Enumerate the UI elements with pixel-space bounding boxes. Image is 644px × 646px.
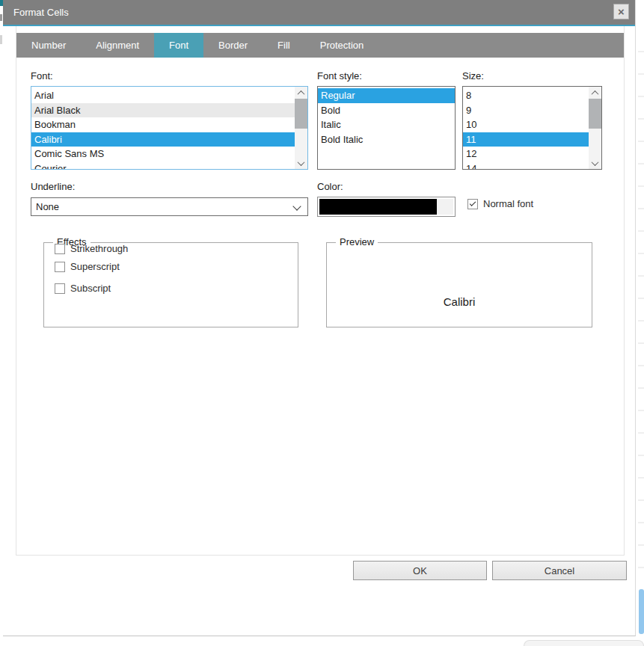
dialog-content-panel: Number Alignment Font Border Fill Protec… bbox=[16, 26, 625, 556]
page: Format Cells × Number Alignment Font Bor… bbox=[0, 0, 644, 646]
list-item[interactable]: 9 bbox=[463, 103, 589, 118]
color-picker-tail bbox=[437, 199, 453, 215]
close-icon[interactable]: × bbox=[613, 4, 629, 19]
strikethrough-label: Strikethrough bbox=[70, 243, 128, 254]
page-left-decoration bbox=[0, 35, 2, 44]
underline-label: Underline: bbox=[31, 181, 75, 192]
scroll-down-icon[interactable] bbox=[589, 157, 601, 169]
superscript-label: Superscript bbox=[70, 261, 120, 272]
tab-number[interactable]: Number bbox=[16, 33, 81, 58]
subscript-label: Subscript bbox=[70, 283, 111, 294]
underline-select[interactable]: None bbox=[31, 197, 308, 216]
list-item[interactable]: 10 bbox=[463, 117, 589, 132]
list-item[interactable]: Bold Italic bbox=[318, 132, 455, 147]
preview-group: Preview Calibri bbox=[326, 242, 592, 327]
scroll-down-icon[interactable] bbox=[295, 157, 307, 169]
list-item[interactable]: Bold bbox=[318, 103, 455, 118]
list-item[interactable]: Courier bbox=[31, 162, 295, 170]
font-label: Font: bbox=[31, 70, 53, 81]
scrollbar-thumb[interactable] bbox=[295, 99, 307, 129]
checkbox-checked[interactable] bbox=[467, 199, 478, 209]
tab-fill[interactable]: Fill bbox=[263, 33, 305, 58]
font-listbox[interactable]: Arial Arial Black Bookman Calibri Comic … bbox=[31, 86, 308, 170]
scrollbar-thumb[interactable] bbox=[589, 99, 601, 129]
list-item-selected[interactable]: Calibri bbox=[31, 132, 295, 147]
list-item[interactable]: Comic Sans MS bbox=[31, 147, 295, 162]
size-list-scrollbar[interactable] bbox=[589, 87, 601, 169]
tab-strip: Number Alignment Font Border Fill Protec… bbox=[16, 33, 624, 58]
checkbox-unchecked[interactable] bbox=[55, 262, 65, 272]
cancel-button[interactable]: Cancel bbox=[492, 561, 627, 580]
checkbox-unchecked[interactable] bbox=[55, 244, 65, 254]
strikethrough-checkbox-row[interactable]: Strikethrough bbox=[55, 243, 128, 254]
font-style-label: Font style: bbox=[317, 70, 362, 81]
size-list-items: 8 9 10 11 12 14 bbox=[463, 87, 589, 169]
list-item-selected[interactable]: 11 bbox=[463, 132, 589, 147]
dialog-titlebar: Format Cells × bbox=[3, 0, 635, 26]
scroll-up-icon[interactable] bbox=[589, 87, 601, 99]
color-swatch bbox=[319, 199, 437, 215]
color-label: Color: bbox=[317, 181, 343, 192]
list-item[interactable]: Arial Black bbox=[31, 103, 295, 118]
superscript-checkbox-row[interactable]: Superscript bbox=[55, 261, 120, 272]
page-left-decoration bbox=[0, 14, 2, 21]
page-bottom-card bbox=[524, 640, 644, 646]
list-item[interactable]: 12 bbox=[463, 147, 589, 162]
dialog-title: Format Cells bbox=[13, 0, 69, 25]
tab-border[interactable]: Border bbox=[203, 33, 263, 58]
font-style-list-items: Regular Bold Italic Bold Italic bbox=[318, 87, 455, 169]
subscript-checkbox-row[interactable]: Subscript bbox=[55, 283, 111, 294]
underline-value: None bbox=[36, 201, 59, 212]
tab-alignment[interactable]: Alignment bbox=[81, 33, 154, 58]
format-cells-dialog: Format Cells × Number Alignment Font Bor… bbox=[3, 0, 636, 636]
preview-sample-text: Calibri bbox=[327, 295, 592, 308]
list-item[interactable]: 14 bbox=[463, 162, 589, 170]
list-item[interactable]: Italic bbox=[318, 117, 455, 132]
checkbox-unchecked[interactable] bbox=[55, 283, 65, 294]
list-item-selected[interactable]: Regular bbox=[318, 88, 455, 103]
tab-font[interactable]: Font bbox=[154, 33, 203, 58]
size-label: Size: bbox=[462, 70, 484, 81]
normal-font-checkbox-row[interactable]: Normal font bbox=[467, 198, 533, 209]
page-scrollbar-thumb[interactable] bbox=[639, 589, 644, 634]
list-item[interactable]: Arial bbox=[31, 88, 295, 103]
size-listbox[interactable]: 8 9 10 11 12 14 bbox=[462, 86, 602, 170]
preview-legend: Preview bbox=[336, 236, 378, 247]
font-style-listbox[interactable]: Regular Bold Italic Bold Italic bbox=[317, 86, 456, 170]
font-list-items: Arial Arial Black Bookman Calibri Comic … bbox=[31, 87, 295, 169]
effects-group: Effects Strikethrough Superscript Subscr… bbox=[43, 242, 298, 327]
page-right-edge bbox=[638, 30, 644, 583]
font-list-scrollbar[interactable] bbox=[295, 87, 307, 169]
color-picker[interactable] bbox=[317, 197, 456, 217]
chevron-down-icon bbox=[292, 202, 301, 210]
ok-button[interactable]: OK bbox=[353, 561, 487, 580]
normal-font-label: Normal font bbox=[483, 198, 533, 209]
tab-protection[interactable]: Protection bbox=[305, 33, 379, 58]
scroll-up-icon[interactable] bbox=[295, 87, 307, 99]
check-icon bbox=[470, 200, 476, 206]
list-item[interactable]: Bookman bbox=[31, 117, 295, 132]
list-item[interactable]: 8 bbox=[463, 88, 589, 103]
